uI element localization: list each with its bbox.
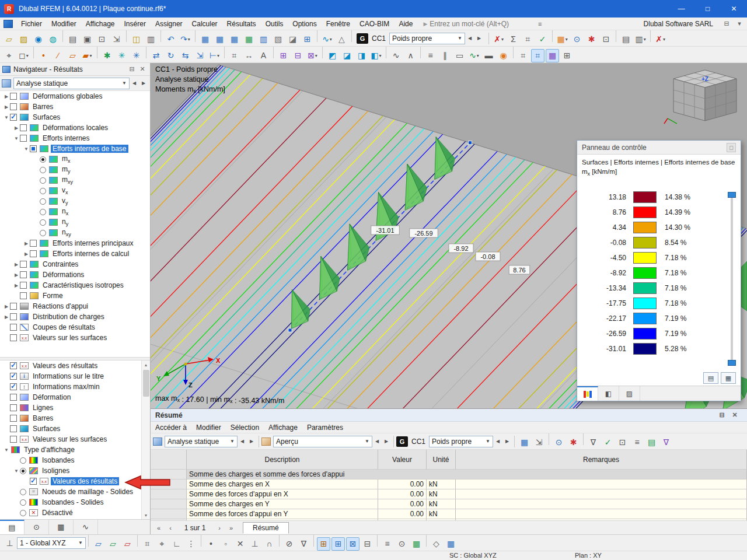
panel-tab-factors[interactable]: ▨ [619,386,640,401]
section-plane-icon[interactable]: ◩ [326,49,339,62]
analysis-prev-button[interactable]: ◀ [130,78,139,89]
search-input[interactable] [430,20,535,28]
tree-item[interactable]: ▼Efforts internes de base [0,144,150,154]
sum-export-icon[interactable]: ⇲ [532,436,546,449]
print-graphic-icon[interactable]: ⊡ [599,33,613,46]
panel-tab-color-scale[interactable] [577,386,598,401]
collaboration-icon[interactable]: ◍ [46,33,60,46]
tree-radio[interactable] [40,219,46,226]
object-snap-4-icon[interactable]: ⊟ [361,537,374,551]
tree-item[interactable]: ▶Contraintes [0,259,150,270]
last-page-button[interactable]: » [225,522,237,534]
guidelines-toggle-icon[interactable]: ⋮ [184,537,198,551]
move-copy-icon[interactable]: ⇄ [149,49,163,62]
tree-item[interactable]: mxy [0,175,150,186]
tree-item[interactable]: ▶Déformations locales [0,123,150,133]
summary-analysis-combo[interactable]: Analyse statique▼ [165,436,238,447]
expander-icon[interactable]: ▼ [3,447,10,453]
tree-checkbox[interactable] [20,261,27,268]
rotate-icon[interactable]: ↻ [164,49,177,62]
scale-color-swatch[interactable] [633,237,657,249]
tree-checkbox[interactable] [10,362,17,369]
sum-close-icon[interactable]: ∇ [659,436,673,449]
analysis-type-combo[interactable]: Analyse statique▼ [13,78,130,89]
tree-item[interactable]: x.xValeurs sur les surfaces [0,332,150,343]
tree-checkbox[interactable] [10,373,17,380]
undo-icon[interactable]: ↶ [164,33,177,46]
sum-filter-icon[interactable]: ∇ [587,436,600,449]
loadcase-next-button[interactable]: ▶ [474,33,484,44]
ortho-mode-icon[interactable]: ∟ [170,537,183,551]
menubar-app-icon[interactable] [4,20,13,28]
dimensions-icon[interactable]: ↔ [242,49,256,62]
panel-pin-icon[interactable]: ◻ [727,143,736,152]
cell-value[interactable]: 0.00 [378,509,427,519]
expander-icon[interactable]: ▶ [3,94,10,99]
snap-grid-b-icon[interactable]: ⌗ [531,49,544,62]
tree-radio[interactable] [20,489,26,495]
table-header[interactable]: Valeur [378,450,427,470]
expander-icon[interactable]: ▶ [13,283,20,288]
polyline-tool-icon[interactable]: ∧ [404,49,417,62]
tables-surfaces-icon[interactable]: ▦ [228,33,241,46]
osnap-intersection-icon[interactable]: ✕ [233,537,247,551]
background-layers-icon[interactable]: ◪ [286,33,299,46]
annotations-icon[interactable]: A [257,49,270,62]
tree-radio[interactable] [40,156,46,163]
scale-objects-icon[interactable]: ⇲ [193,49,207,62]
tree-checkbox[interactable] [10,415,17,422]
function-plot-icon[interactable]: ∿▾ [467,49,481,62]
display-properties-icon[interactable]: ▤ [619,33,633,46]
next-page-button[interactable]: › [214,522,225,534]
loadcase-prev-button[interactable]: ◀ [465,33,474,44]
menu-item-insérer[interactable]: Insérer [120,18,151,30]
tree-checkbox[interactable] [10,324,17,331]
print-icon[interactable]: ⊡ [95,33,109,46]
tables-export-icon[interactable]: ▥ [257,33,270,46]
tree-radio[interactable] [40,209,46,215]
generate-load-icon[interactable]: ✱ [100,49,114,62]
stop-calculation-icon[interactable]: ✗▾ [654,33,667,46]
tree-item[interactable]: ▶Réactions d'appui [0,301,150,312]
scale-color-swatch[interactable] [633,206,657,218]
expander-icon[interactable]: ▼ [13,468,20,474]
expander-icon[interactable]: ▶ [13,272,20,278]
generate-mesh-icon[interactable]: ⌗ [521,33,535,46]
result-values-icon[interactable]: ✱ [585,33,598,46]
osnap-node-icon[interactable]: • [204,537,218,551]
menu-item-affichage[interactable]: Affichage [81,18,120,30]
cell-description[interactable]: Somme des charges en Y [187,499,378,509]
summary-loadcase-next[interactable]: ▶ [502,436,512,447]
panel-tab-filter[interactable]: ◧ [598,386,619,401]
summary-menu-accéder à[interactable]: Accéder à [151,421,191,434]
sum-report-icon[interactable]: ▤ [645,436,658,449]
analysis-next-button[interactable]: ▶ [139,78,148,89]
tree-item[interactable]: Déformation [0,392,150,402]
tree-checkbox[interactable] [20,135,27,142]
tree-item[interactable]: my [0,164,150,175]
search-menu-icon[interactable]: ≡ [535,19,545,29]
tree-item[interactable]: nxy [0,228,150,238]
menu-item-outils[interactable]: Outils [261,18,288,30]
render-toggle-icon[interactable]: ▦ [410,537,423,551]
result-diagram-icon[interactable]: △ [335,33,348,46]
menu-item-cao-bim[interactable]: CAO-BIM [355,18,394,30]
loadcase-combo[interactable]: Poids propre▼ [389,33,465,44]
spline-tool-icon[interactable]: ∿ [389,49,403,62]
new-node-icon[interactable]: • [37,49,50,62]
tree-item[interactable]: ▶Déformations globales [0,91,150,102]
delete-results-icon[interactable]: ✗▾ [492,33,505,46]
minimize-button[interactable]: — [668,0,694,18]
tree-checkbox[interactable] [10,303,17,310]
select-lock-icon[interactable]: ⊘ [282,537,296,551]
scale-color-swatch[interactable] [633,343,657,355]
generate-wind-icon[interactable]: ✳ [115,49,128,62]
tree-checkbox[interactable] [10,425,17,432]
screenshot-icon[interactable]: ▧ [271,33,285,46]
new-surface-icon[interactable]: ▱ [66,49,79,62]
layers-icon[interactable]: ≡ [381,537,394,551]
tree-checkbox[interactable] [10,313,17,320]
object-snap-2-icon[interactable]: ⊞ [331,537,345,551]
tree-item[interactable]: ▶Efforts internes de calcul [0,249,150,259]
cell-value[interactable]: 0.00 [378,480,427,489]
